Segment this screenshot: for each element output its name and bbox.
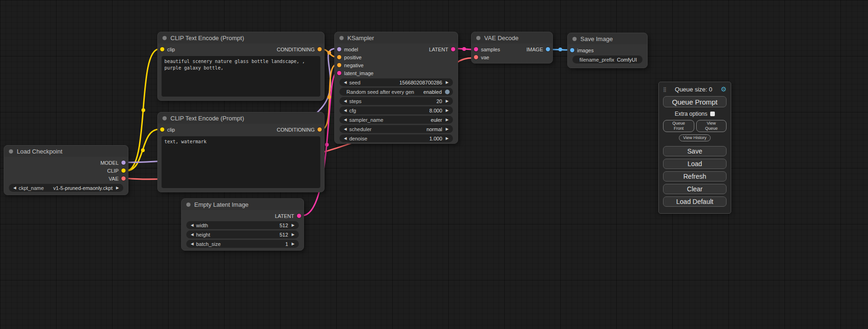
increment-arrow-icon[interactable]: ▶ bbox=[115, 186, 120, 190]
collapse-dot-icon[interactable] bbox=[572, 37, 577, 41]
collapse-dot-icon[interactable] bbox=[476, 36, 480, 40]
increment-arrow-icon[interactable]: ▶ bbox=[445, 127, 450, 131]
load-default-button[interactable]: Load Default bbox=[663, 196, 727, 207]
node-title-bar[interactable]: Load Checkpoint bbox=[4, 146, 128, 157]
vae-input-port[interactable] bbox=[474, 55, 478, 59]
node-ksampler[interactable]: KSampler model LATENT positive negative … bbox=[334, 32, 458, 144]
decrement-arrow-icon[interactable]: ◀ bbox=[343, 99, 348, 103]
model-input-port[interactable] bbox=[337, 47, 341, 51]
clip-input-port[interactable] bbox=[160, 127, 164, 132]
save-button[interactable]: Save bbox=[663, 146, 727, 156]
drag-handle-icon[interactable]: ⣿ bbox=[663, 87, 666, 92]
increment-arrow-icon[interactable]: ▶ bbox=[445, 99, 450, 103]
collapse-dot-icon[interactable] bbox=[9, 149, 13, 154]
collapse-dot-icon[interactable] bbox=[186, 203, 191, 207]
vae-output-port[interactable] bbox=[121, 176, 126, 181]
denoise-widget[interactable]: ◀ denoise 1.000 ▶ bbox=[339, 134, 453, 142]
node-title-bar[interactable]: Empty Latent Image bbox=[182, 199, 303, 210]
settings-gear-icon[interactable]: ⚙ bbox=[720, 86, 727, 92]
decrement-arrow-icon[interactable]: ◀ bbox=[12, 186, 17, 190]
scheduler-widget[interactable]: ◀ scheduler normal ▶ bbox=[339, 125, 453, 133]
node-title: Save Image bbox=[580, 35, 613, 42]
queue-prompt-button[interactable]: Queue Prompt bbox=[663, 96, 727, 107]
increment-arrow-icon[interactable]: ▶ bbox=[445, 80, 450, 84]
port-label: samples bbox=[481, 47, 500, 52]
clip-output-port[interactable] bbox=[121, 168, 126, 173]
node-title-bar[interactable]: KSampler bbox=[335, 32, 458, 43]
node-title-bar[interactable]: Save Image bbox=[568, 33, 647, 44]
node-title-bar[interactable]: CLIP Text Encode (Prompt) bbox=[158, 112, 324, 124]
increment-arrow-icon[interactable]: ▶ bbox=[445, 136, 450, 140]
decrement-arrow-icon[interactable]: ◀ bbox=[190, 223, 195, 227]
node-title: Empty Latent Image bbox=[194, 201, 248, 208]
node-clip-text-encode-positive[interactable]: CLIP Text Encode (Prompt) clip CONDITION… bbox=[157, 32, 325, 101]
latent-output-port[interactable] bbox=[451, 47, 455, 51]
increment-arrow-icon[interactable]: ▶ bbox=[445, 108, 450, 112]
widget-name: batch_size bbox=[196, 241, 221, 247]
widget-name: width bbox=[196, 223, 208, 228]
widget-name: cfg bbox=[349, 108, 356, 113]
view-history-button[interactable]: View History bbox=[679, 134, 711, 141]
collapse-dot-icon[interactable] bbox=[162, 116, 167, 120]
model-output-port[interactable] bbox=[121, 161, 126, 165]
decrement-arrow-icon[interactable]: ◀ bbox=[190, 232, 195, 237]
node-empty-latent-image[interactable]: Empty Latent Image LATENT ◀ width 512 ▶ … bbox=[181, 198, 304, 251]
collapse-dot-icon[interactable] bbox=[162, 36, 167, 40]
decrement-arrow-icon[interactable]: ◀ bbox=[343, 108, 348, 112]
samples-input-port[interactable] bbox=[474, 47, 478, 51]
image-output-port[interactable] bbox=[546, 47, 550, 51]
positive-input-port[interactable] bbox=[337, 55, 341, 59]
width-widget[interactable]: ◀ width 512 ▶ bbox=[186, 221, 299, 229]
port-label: vae bbox=[481, 55, 489, 60]
queue-front-button[interactable]: Queue Front bbox=[663, 120, 694, 132]
port-row: LATENT bbox=[182, 212, 303, 220]
positive-prompt-textarea[interactable]: beautiful scenery nature glass bottle la… bbox=[162, 56, 320, 97]
view-queue-button[interactable]: View Queue bbox=[696, 120, 727, 132]
height-widget[interactable]: ◀ height 512 ▶ bbox=[186, 231, 299, 238]
port-label: CONDITIONING bbox=[277, 127, 315, 133]
conditioning-output-port[interactable] bbox=[318, 47, 322, 51]
latent-image-input-port[interactable] bbox=[337, 71, 341, 75]
increment-arrow-icon[interactable]: ▶ bbox=[445, 118, 450, 122]
increment-arrow-icon[interactable]: ▶ bbox=[290, 232, 296, 237]
collapse-dot-icon[interactable] bbox=[339, 36, 344, 40]
random-seed-toggle-widget[interactable]: Random seed after every gen enabled bbox=[339, 88, 453, 96]
increment-arrow-icon[interactable]: ▶ bbox=[290, 223, 296, 227]
latent-output-port[interactable] bbox=[297, 214, 301, 218]
node-save-image[interactable]: Save Image images filename_prefix ComfyU… bbox=[567, 33, 648, 68]
extra-options-label: Extra options bbox=[675, 111, 707, 117]
filename-prefix-widget[interactable]: filename_prefix ComfyUI bbox=[572, 56, 642, 63]
clip-input-port[interactable] bbox=[160, 47, 164, 51]
decrement-arrow-icon[interactable]: ◀ bbox=[190, 242, 195, 246]
node-vae-decode[interactable]: VAE Decode samples IMAGE vae bbox=[471, 32, 553, 63]
node-load-checkpoint[interactable]: Load Checkpoint MODEL CLIP VAE ◀ ckpt_na… bbox=[4, 145, 128, 195]
decrement-arrow-icon[interactable]: ◀ bbox=[343, 80, 348, 84]
port-label: VAE bbox=[109, 176, 119, 182]
decrement-arrow-icon[interactable]: ◀ bbox=[343, 136, 348, 140]
port-label: model bbox=[344, 47, 358, 52]
load-button[interactable]: Load bbox=[663, 159, 727, 169]
port-row: VAE bbox=[4, 175, 128, 182]
toggle-dot-icon[interactable] bbox=[445, 90, 450, 94]
steps-widget[interactable]: ◀ steps 20 ▶ bbox=[339, 97, 453, 105]
ckpt-name-widget[interactable]: ◀ ckpt_name v1-5-pruned-emaonly.ckpt ▶ bbox=[9, 184, 123, 192]
decrement-arrow-icon[interactable]: ◀ bbox=[343, 127, 348, 131]
node-title-bar[interactable]: VAE Decode bbox=[472, 32, 552, 43]
extra-options-checkbox[interactable] bbox=[710, 112, 715, 116]
refresh-button[interactable]: Refresh bbox=[663, 171, 727, 182]
node-title: KSampler bbox=[347, 35, 374, 42]
seed-widget[interactable]: ◀ seed 156680208700286 ▶ bbox=[339, 78, 453, 86]
negative-input-port[interactable] bbox=[337, 63, 341, 67]
clear-button[interactable]: Clear bbox=[663, 184, 727, 194]
cfg-widget[interactable]: ◀ cfg 8.000 ▶ bbox=[339, 106, 453, 114]
conditioning-output-port[interactable] bbox=[318, 127, 322, 132]
port-label: IMAGE bbox=[527, 47, 543, 52]
batch-size-widget[interactable]: ◀ batch_size 1 ▶ bbox=[186, 240, 299, 248]
decrement-arrow-icon[interactable]: ◀ bbox=[343, 118, 348, 122]
increment-arrow-icon[interactable]: ▶ bbox=[290, 242, 296, 246]
sampler-name-widget[interactable]: ◀ sampler_name euler ▶ bbox=[339, 116, 453, 124]
negative-prompt-textarea[interactable]: text, watermark bbox=[162, 136, 320, 188]
node-title-bar[interactable]: CLIP Text Encode (Prompt) bbox=[158, 32, 324, 43]
node-clip-text-encode-negative[interactable]: CLIP Text Encode (Prompt) clip CONDITION… bbox=[157, 112, 325, 192]
images-input-port[interactable] bbox=[570, 48, 574, 52]
